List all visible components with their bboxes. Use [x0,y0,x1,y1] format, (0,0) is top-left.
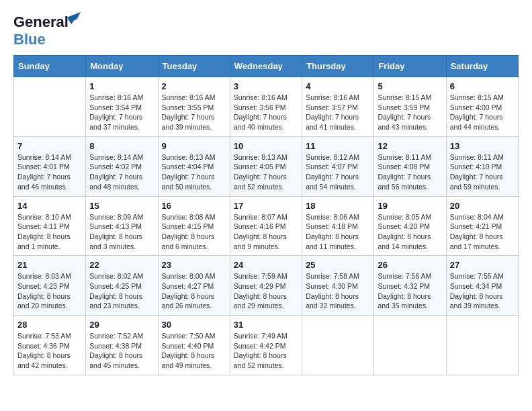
calendar-cell: 26Sunrise: 7:56 AMSunset: 4:32 PMDayligh… [374,256,446,316]
day-info: Sunrise: 8:16 AMSunset: 3:56 PMDaylight:… [234,93,298,132]
page-header: General Blue [13,13,519,48]
day-info: Sunrise: 7:52 AMSunset: 4:38 PMDaylight:… [89,331,154,371]
calendar-cell: 4Sunrise: 8:16 AMSunset: 3:57 PMDaylight… [302,77,374,137]
day-number: 2 [162,81,226,91]
logo: General Blue [13,13,69,48]
day-number: 7 [17,141,82,151]
day-number: 21 [17,260,82,270]
day-number: 24 [234,260,298,270]
calendar-cell: 14Sunrise: 8:10 AMSunset: 4:11 PMDayligh… [14,196,86,256]
calendar-cell: 18Sunrise: 8:06 AMSunset: 4:18 PMDayligh… [302,196,374,256]
week-row-5: 28Sunrise: 7:53 AMSunset: 4:36 PMDayligh… [14,316,519,375]
day-info: Sunrise: 8:07 AMSunset: 4:16 PMDaylight:… [234,212,298,252]
day-info: Sunrise: 8:13 AMSunset: 4:04 PMDaylight:… [162,152,226,192]
day-header-thursday: Thursday [302,56,374,77]
logo-bird-icon [67,12,81,27]
day-number: 17 [234,201,298,211]
day-info: Sunrise: 8:02 AMSunset: 4:25 PMDaylight:… [89,271,154,311]
day-info: Sunrise: 7:53 AMSunset: 4:36 PMDaylight:… [17,331,82,371]
day-info: Sunrise: 8:15 AMSunset: 4:00 PMDaylight:… [450,93,515,132]
day-info: Sunrise: 8:12 AMSunset: 4:07 PMDaylight:… [306,152,370,192]
day-info: Sunrise: 8:11 AMSunset: 4:08 PMDaylight:… [378,152,442,192]
day-number: 25 [306,260,370,270]
calendar-cell: 2Sunrise: 8:16 AMSunset: 3:55 PMDaylight… [158,77,230,137]
day-info: Sunrise: 8:03 AMSunset: 4:23 PMDaylight:… [17,271,82,311]
days-header-row: SundayMondayTuesdayWednesdayThursdayFrid… [14,56,519,77]
logo-general: General [13,13,69,30]
day-number: 12 [378,141,442,151]
day-number: 18 [306,201,370,211]
day-info: Sunrise: 7:56 AMSunset: 4:32 PMDaylight:… [378,271,442,311]
calendar-cell: 25Sunrise: 7:58 AMSunset: 4:30 PMDayligh… [302,256,374,316]
day-info: Sunrise: 8:04 AMSunset: 4:21 PMDaylight:… [450,212,515,252]
day-number: 16 [162,201,226,211]
day-info: Sunrise: 8:10 AMSunset: 4:11 PMDaylight:… [17,212,82,252]
day-number: 11 [306,141,370,151]
calendar-cell: 12Sunrise: 8:11 AMSunset: 4:08 PMDayligh… [374,136,446,196]
calendar-cell: 9Sunrise: 8:13 AMSunset: 4:04 PMDaylight… [158,136,230,196]
calendar-table: SundayMondayTuesdayWednesdayThursdayFrid… [13,55,519,375]
day-info: Sunrise: 8:00 AMSunset: 4:27 PMDaylight:… [162,271,226,311]
day-info: Sunrise: 8:05 AMSunset: 4:20 PMDaylight:… [378,212,442,252]
calendar-cell: 16Sunrise: 8:08 AMSunset: 4:15 PMDayligh… [158,196,230,256]
day-info: Sunrise: 8:16 AMSunset: 3:54 PMDaylight:… [89,93,154,132]
day-info: Sunrise: 7:55 AMSunset: 4:34 PMDaylight:… [450,271,515,311]
calendar-cell: 5Sunrise: 8:15 AMSunset: 3:59 PMDaylight… [374,77,446,137]
calendar-cell: 24Sunrise: 7:59 AMSunset: 4:29 PMDayligh… [230,256,302,316]
day-header-saturday: Saturday [446,56,518,77]
day-header-tuesday: Tuesday [158,56,230,77]
day-info: Sunrise: 8:11 AMSunset: 4:10 PMDaylight:… [450,152,515,192]
calendar-cell: 21Sunrise: 8:03 AMSunset: 4:23 PMDayligh… [14,256,86,316]
day-info: Sunrise: 8:14 AMSunset: 4:02 PMDaylight:… [89,152,154,192]
calendar-cell: 31Sunrise: 7:49 AMSunset: 4:42 PMDayligh… [230,316,302,375]
day-number: 20 [450,201,515,211]
week-row-2: 7Sunrise: 8:14 AMSunset: 4:01 PMDaylight… [14,136,519,196]
week-row-1: 1Sunrise: 8:16 AMSunset: 3:54 PMDaylight… [14,77,519,137]
calendar-cell: 19Sunrise: 8:05 AMSunset: 4:20 PMDayligh… [374,196,446,256]
calendar-cell: 28Sunrise: 7:53 AMSunset: 4:36 PMDayligh… [14,316,86,375]
day-number: 23 [162,260,226,270]
calendar-cell: 1Sunrise: 8:16 AMSunset: 3:54 PMDaylight… [86,77,158,137]
calendar-cell [374,316,446,375]
calendar-cell: 29Sunrise: 7:52 AMSunset: 4:38 PMDayligh… [86,316,158,375]
day-number: 14 [17,201,82,211]
calendar-cell: 10Sunrise: 8:13 AMSunset: 4:05 PMDayligh… [230,136,302,196]
calendar-cell: 6Sunrise: 8:15 AMSunset: 4:00 PMDaylight… [446,77,518,137]
day-header-monday: Monday [86,56,158,77]
day-number: 8 [89,141,154,151]
day-header-wednesday: Wednesday [230,56,302,77]
day-number: 27 [450,260,515,270]
day-number: 15 [89,201,154,211]
week-row-4: 21Sunrise: 8:03 AMSunset: 4:23 PMDayligh… [14,256,519,316]
calendar-cell: 20Sunrise: 8:04 AMSunset: 4:21 PMDayligh… [446,196,518,256]
day-info: Sunrise: 7:50 AMSunset: 4:40 PMDaylight:… [162,331,226,371]
day-info: Sunrise: 8:15 AMSunset: 3:59 PMDaylight:… [378,93,442,132]
day-number: 10 [234,141,298,151]
day-info: Sunrise: 7:59 AMSunset: 4:29 PMDaylight:… [234,271,298,311]
day-info: Sunrise: 8:09 AMSunset: 4:13 PMDaylight:… [89,212,154,252]
day-number: 28 [17,320,82,330]
day-number: 26 [378,260,442,270]
calendar-cell [302,316,374,375]
day-number: 29 [89,320,154,330]
day-info: Sunrise: 8:16 AMSunset: 3:57 PMDaylight:… [306,93,370,132]
calendar-cell: 22Sunrise: 8:02 AMSunset: 4:25 PMDayligh… [86,256,158,316]
day-number: 4 [306,81,370,91]
day-number: 3 [234,81,298,91]
day-info: Sunrise: 8:13 AMSunset: 4:05 PMDaylight:… [234,152,298,192]
calendar-cell: 8Sunrise: 8:14 AMSunset: 4:02 PMDaylight… [86,136,158,196]
day-header-sunday: Sunday [14,56,86,77]
calendar-cell: 7Sunrise: 8:14 AMSunset: 4:01 PMDaylight… [14,136,86,196]
calendar-cell: 23Sunrise: 8:00 AMSunset: 4:27 PMDayligh… [158,256,230,316]
calendar-cell: 27Sunrise: 7:55 AMSunset: 4:34 PMDayligh… [446,256,518,316]
day-number: 19 [378,201,442,211]
day-info: Sunrise: 8:14 AMSunset: 4:01 PMDaylight:… [17,152,82,192]
calendar-cell [446,316,518,375]
calendar-cell: 15Sunrise: 8:09 AMSunset: 4:13 PMDayligh… [86,196,158,256]
calendar-cell: 13Sunrise: 8:11 AMSunset: 4:10 PMDayligh… [446,136,518,196]
day-info: Sunrise: 8:16 AMSunset: 3:55 PMDaylight:… [162,93,226,132]
calendar-cell: 30Sunrise: 7:50 AMSunset: 4:40 PMDayligh… [158,316,230,375]
day-header-friday: Friday [374,56,446,77]
svg-marker-1 [67,12,81,24]
calendar-cell: 17Sunrise: 8:07 AMSunset: 4:16 PMDayligh… [230,196,302,256]
